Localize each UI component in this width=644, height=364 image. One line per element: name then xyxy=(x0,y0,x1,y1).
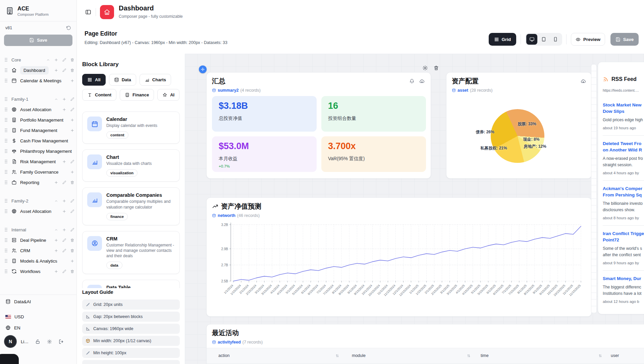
sidebar-toggle-icon[interactable] xyxy=(85,9,91,15)
rss-item-title[interactable]: Deleted Tweet Fro xyxy=(603,140,644,147)
sort-icon[interactable] xyxy=(598,354,602,358)
sidebar-section-header[interactable]: Family-2 xyxy=(0,196,76,206)
unlock-icon[interactable] xyxy=(35,339,40,344)
sidebar-item-crm[interactable]: CRM xyxy=(0,245,76,256)
trash-icon[interactable] xyxy=(70,58,74,62)
widget-summary[interactable]: 汇总 summary2 (4 records) $3.18B总投资净值16投资组… xyxy=(206,72,431,179)
dataset-link[interactable]: asset xyxy=(458,88,468,93)
pencil-icon[interactable] xyxy=(70,97,74,101)
trash-icon[interactable] xyxy=(70,269,74,274)
pencil-icon[interactable] xyxy=(70,199,74,203)
sidebar-item-reporting[interactable]: Reporting xyxy=(0,177,76,188)
currency-selector[interactable]: USD xyxy=(0,314,76,319)
grid-toggle-button[interactable]: Grid xyxy=(489,33,516,46)
sidebar-item-asset-allocation[interactable]: Asset Allocation xyxy=(0,206,76,217)
canvas-scroll-rail[interactable] xyxy=(591,64,597,314)
plus-icon[interactable] xyxy=(62,209,66,214)
dataset-link[interactable]: summary2 xyxy=(218,88,239,93)
plus-icon[interactable] xyxy=(62,160,66,164)
avatar[interactable]: N xyxy=(5,336,16,347)
sidebar-section-header[interactable]: Core xyxy=(0,55,76,65)
dataset-link[interactable]: activityfeed xyxy=(218,340,241,345)
trash-icon[interactable] xyxy=(70,180,74,185)
device-desktop-button[interactable] xyxy=(526,34,537,45)
widget-rss[interactable]: RSS Feed https://feeds.content.… Stock M… xyxy=(598,62,644,314)
sidebar-item-cash-flow-management[interactable]: Cash Flow Management xyxy=(0,136,76,146)
trash-icon[interactable] xyxy=(70,248,74,253)
pencil-icon[interactable] xyxy=(62,248,66,253)
pencil-icon[interactable] xyxy=(62,269,66,274)
sidebar-item-calendar-meetings[interactable]: Calendar & Meetings xyxy=(0,76,76,86)
filter-chip-ai[interactable]: AI xyxy=(157,89,179,101)
sidebar-item-fund-management[interactable]: Fund Management xyxy=(0,125,76,136)
filter-chip-content[interactable]: Content xyxy=(82,89,116,101)
rss-item-title[interactable]: Point72 xyxy=(603,237,644,243)
trash-icon[interactable] xyxy=(70,68,74,73)
sidebar-item-deal-pipeline[interactable]: Deal Pipeline xyxy=(0,235,76,245)
filter-chip-charts[interactable]: Charts xyxy=(140,74,171,86)
plus-icon[interactable] xyxy=(62,97,66,101)
filter-chip-all[interactable]: All xyxy=(82,74,106,86)
plus-icon[interactable] xyxy=(70,170,74,174)
trash-icon[interactable] xyxy=(70,238,74,242)
widget-allocation[interactable]: 资产配置 asset (28 records) 股票: 33%现金: 8%房地产… xyxy=(446,72,592,179)
sidebar-section-header[interactable]: Internal xyxy=(0,225,76,235)
editor-save-button[interactable]: Save xyxy=(610,33,639,46)
plus-icon[interactable] xyxy=(62,107,66,112)
pencil-icon[interactable] xyxy=(62,180,66,185)
export-icon[interactable] xyxy=(581,79,586,84)
filter-chip-finance[interactable]: Finance xyxy=(120,89,154,101)
rss-item-title[interactable]: Iran Conflict Trigge xyxy=(603,230,644,237)
block-move-handle[interactable] xyxy=(199,65,207,73)
column-header-time[interactable]: time xyxy=(481,353,489,358)
sidebar-item-dashboard[interactable]: Dashboard xyxy=(0,65,76,76)
pencil-icon[interactable] xyxy=(62,238,66,242)
plus-icon[interactable] xyxy=(70,128,74,133)
block-card-crm[interactable]: CRMCustomer Relationship Management - vi… xyxy=(82,231,180,274)
sidebar-item-philanthropy-management[interactable]: Philanthropy Management xyxy=(0,146,76,156)
sort-icon[interactable] xyxy=(467,354,471,358)
logout-icon[interactable] xyxy=(59,339,64,344)
rss-item-title[interactable]: on Another Wild R xyxy=(603,147,644,153)
history-icon[interactable] xyxy=(66,26,71,31)
device-phone-button[interactable] xyxy=(550,34,561,45)
rss-item-title[interactable]: Dow Slips xyxy=(603,108,644,115)
chevup-icon[interactable] xyxy=(54,199,58,203)
settings-icon[interactable] xyxy=(47,339,52,344)
column-header-module[interactable]: module xyxy=(352,353,366,358)
plus-icon[interactable] xyxy=(70,118,74,122)
plus-icon[interactable] xyxy=(54,269,58,274)
editor-canvas[interactable]: 汇总 summary2 (4 records) $3.18B总投资净值16投资组… xyxy=(185,54,644,364)
plus-icon[interactable] xyxy=(70,259,74,263)
column-header-action[interactable]: action xyxy=(218,353,229,358)
plus-icon[interactable] xyxy=(54,238,58,242)
rss-item-title[interactable]: Smart Money, Dur xyxy=(603,275,644,282)
block-card-calendar[interactable]: CalendarDisplay calendar with eventscont… xyxy=(82,111,180,144)
sidebar-item-asset-allocation[interactable]: Asset Allocation xyxy=(0,104,76,115)
sidebar-save-button[interactable]: Save xyxy=(4,35,72,46)
block-card-comparable-companies[interactable]: Comparable CompaniesComparable company m… xyxy=(82,187,180,225)
chevup-icon[interactable] xyxy=(54,228,58,232)
pencil-icon[interactable] xyxy=(70,107,74,112)
pencil-icon[interactable] xyxy=(70,209,74,214)
sidebar-section-header[interactable]: Family-1 xyxy=(0,94,76,104)
plus-icon[interactable] xyxy=(62,228,66,232)
column-header-user[interactable]: user xyxy=(611,353,619,358)
sidebar-item-data-ai[interactable]: Data&AI xyxy=(0,299,76,304)
sort-icon[interactable] xyxy=(335,354,339,358)
sidebar-item-models-analytics[interactable]: Models & Analytics xyxy=(0,256,76,266)
device-tablet-button[interactable] xyxy=(538,34,549,45)
rss-item-title[interactable]: Stock Market New xyxy=(603,102,644,108)
dataset-link[interactable]: networth xyxy=(218,213,235,218)
filter-chip-data[interactable]: Data xyxy=(109,74,136,86)
plus-icon[interactable] xyxy=(70,79,74,83)
pencil-icon[interactable] xyxy=(70,160,74,164)
plus-icon[interactable] xyxy=(54,248,58,253)
plus-icon[interactable] xyxy=(54,68,58,73)
pencil-icon[interactable] xyxy=(70,228,74,232)
chevup-icon[interactable] xyxy=(54,97,58,101)
block-card-chart[interactable]: ChartVisualize data with chartsvisualiza… xyxy=(82,149,180,182)
sidebar-item-workflows[interactable]: Workflows xyxy=(0,266,76,277)
rss-item-title[interactable]: Ackman's Comper xyxy=(603,185,644,192)
widget-delete-icon[interactable] xyxy=(433,65,439,71)
